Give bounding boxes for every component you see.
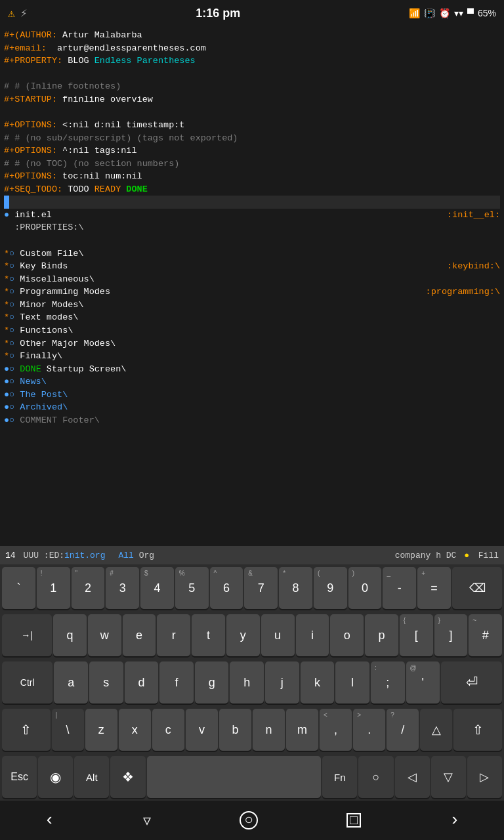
key-x[interactable]: x [119,709,151,751]
key-e[interactable]: e [123,614,156,656]
key-0[interactable]: )0 [348,567,382,609]
key-k[interactable]: k [301,662,335,704]
line-options3: #+OPTIONS: toc:nil num:nil [4,170,500,183]
key-o[interactable]: o [330,614,364,656]
key-semicolon[interactable]: :; [371,662,405,704]
key-7[interactable]: &7 [244,567,278,609]
key-circle-dot[interactable]: ◉ [38,756,73,798]
line-minor-modes: *○ Minor Modes\ [4,299,500,312]
key-triangle[interactable]: △ [420,709,452,751]
key-i[interactable]: i [296,614,329,656]
key-r[interactable]: r [157,614,190,656]
clock: 1:16 pm [196,7,240,20]
nav-down-triangle[interactable]: ▽ [143,812,151,829]
key-g[interactable]: g [195,662,229,704]
key-s[interactable]: s [89,662,123,704]
line-archived: ●○ Archived\ [4,401,500,414]
key-9[interactable]: (9 [314,567,347,609]
key-z[interactable]: z [85,709,117,751]
key-space[interactable] [147,756,322,798]
key-ctrl[interactable]: Ctrl [2,662,52,704]
line-blank1 [4,68,500,81]
line-key-binds: *○ Key Binds:keybind:\ [4,260,500,273]
key-u[interactable]: u [261,614,295,656]
key-n[interactable]: n [253,709,285,751]
key-circle[interactable]: ○ [358,756,393,798]
key-b[interactable]: b [219,709,251,751]
key-slash[interactable]: ?/ [387,709,419,751]
key-hash[interactable]: ~# [469,614,502,656]
statusline: 14 UUU :ED:init.org All Org company h DC… [0,546,504,564]
key-nav-left[interactable]: ◁ [395,756,430,798]
key-tab[interactable]: →| [2,614,52,656]
bluetooth-icon: 📶 [409,8,420,18]
key-a[interactable]: a [54,662,88,704]
key-d[interactable]: d [125,662,159,704]
key-4[interactable]: $4 [140,567,174,609]
line-thepost: ●○ The Post\ [4,388,500,402]
line-blank2 [4,106,500,119]
line-author: #+(AUTHOR: Artur Malabarba [4,29,500,42]
keyboard-row-asdf: Ctrl a s d f g h j k l :; @' ⏎ [0,659,504,706]
key-backtick[interactable]: ` [2,567,35,609]
key-sym[interactable]: ❖ [110,756,145,798]
key-shift-right[interactable]: ⇧ [453,709,502,751]
key-2[interactable]: "2 [72,567,105,609]
key-c[interactable]: c [152,709,184,751]
key-v[interactable]: v [186,709,218,751]
line-prog-modes: *○ Programming Modes:programming:\ [4,285,500,299]
vibrate-icon: 📳 [424,8,435,18]
line-news: ●○ News\ [4,375,500,388]
range-indicator: All Org [118,551,154,560]
line-options2: #+OPTIONS: ^:nil tags:nil [4,144,500,158]
key-nav-right[interactable]: ▷ [467,756,502,798]
key-h[interactable]: h [230,662,264,704]
key-backspace[interactable]: ⌫ [452,567,502,609]
key-alt[interactable]: Alt [74,756,109,798]
key-f[interactable]: f [159,662,194,704]
wifi-icon: ▾▾ [454,8,463,18]
line-blank3 [4,234,500,247]
nav-recents[interactable]: □ [346,813,361,828]
key-3[interactable]: #3 [106,567,139,609]
key-8[interactable]: *8 [279,567,312,609]
key-comma[interactable]: <, [320,709,352,751]
key-shift-left[interactable]: ⇧ [2,709,51,751]
key-q[interactable]: q [53,614,87,656]
key-1[interactable]: !1 [37,567,70,609]
nav-back[interactable]: ‹ [44,810,54,830]
key-t[interactable]: t [192,614,225,656]
right-status: company h DC ● Fill [395,551,499,560]
line-custom-file: *○ Custom File\ [4,247,500,261]
key-enter[interactable]: ⏎ [441,662,502,704]
key-period[interactable]: >. [353,709,385,751]
line-cursor [4,196,500,209]
line-startup: #+STARTUP: fninline overview [4,93,500,106]
status-bar: ⚠ ⚡ 1:16 pm 📶 📳 ⏰ ▾▾ ▀ 65% [0,0,504,26]
key-backslash[interactable]: |\ [52,709,84,751]
key-l[interactable]: l [335,662,369,704]
key-y[interactable]: y [226,614,260,656]
line-init-heading: ● init.el:init__el: [4,209,500,222]
key-6[interactable]: ^6 [210,567,243,609]
keyboard-row-numbers: ` !1 "2 #3 $4 %5 ^6 &7 *8 (9 )0 _- += ⌫ [0,564,504,612]
nav-forward[interactable]: › [450,810,460,830]
key-lbracket[interactable]: {[ [400,614,433,656]
key-minus[interactable]: _- [383,567,416,609]
key-m[interactable]: m [286,709,318,751]
key-quote[interactable]: @' [406,662,440,704]
key-esc[interactable]: Esc [2,756,37,798]
key-w[interactable]: w [88,614,121,656]
nav-home[interactable]: ○ [240,811,258,830]
line-properties: :PROPERTIES:\ [4,221,500,234]
line-number: 14 [5,551,16,560]
key-equals[interactable]: += [417,567,451,609]
key-5[interactable]: %5 [175,567,209,609]
key-p[interactable]: p [365,614,398,656]
key-rbracket[interactable]: }] [434,614,468,656]
key-fn[interactable]: Fn [322,756,357,798]
key-j[interactable]: j [265,662,299,704]
key-nav-down[interactable]: ▽ [431,756,466,798]
editor[interactable]: #+(AUTHOR: Artur Malabarba #+email: artu… [0,26,504,546]
line-options1: #+OPTIONS: <:nil d:nil timestamp:t [4,119,500,132]
